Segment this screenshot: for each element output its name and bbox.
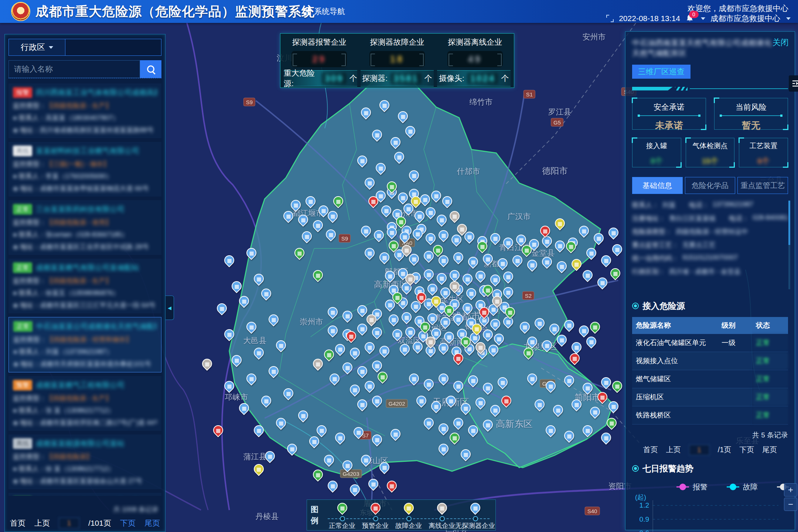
building-icon: ▦ [572,356,577,361]
building-icon: ▦ [441,426,446,431]
hazard-status: 正常 [752,352,788,370]
building-icon: ▦ [227,332,232,337]
region-filter-select[interactable]: 行政区 [9,39,65,55]
building-icon: ▦ [526,350,531,355]
status-badge: 正常 [13,262,32,273]
system-nav[interactable]: 系统导航 [304,0,345,23]
building-icon: ▦ [582,228,586,233]
zoom-out-button[interactable]: − [784,498,797,511]
next-page-button[interactable]: 下页 [739,445,754,455]
company-list-item[interactable]: 正常 某某（成都）燃气投资有限公司 监控类型：【四级危险源 - 储存】 ● 联系… [8,493,161,496]
user-menu[interactable]: 成都市应急救援中心 [710,13,780,24]
table-row[interactable]: 铁路栈桥区 正常 [632,406,788,424]
header-right-cluster: 2022-08-18 13:14 0 成都市应急救援中心 [606,13,791,24]
hazard-pagination: 首页 上页 1 /1页 下页 尾页 [632,444,788,456]
building-icon: ▦ [452,273,457,278]
monitor-type-row: 监控类型：【四级危险源 - 使用】 [13,218,157,227]
decorative-divider [632,87,788,91]
fullscreen-icon[interactable] [606,15,614,22]
close-button[interactable]: 关闭 [773,37,789,48]
building-icon: ▦ [267,454,272,459]
page-input[interactable]: 1 [689,444,710,456]
building-icon: ▦ [345,365,350,370]
building-icon: ▦ [545,239,549,244]
last-page-button[interactable]: 尾页 [144,518,160,528]
building-icon: ▦ [485,287,490,293]
building-icon: ▦ [604,435,608,440]
building-icon: ▦ [360,326,365,331]
contact-row: ● 联系人：李某（17602005690） [13,172,157,181]
building-icon: ▦ [380,374,385,379]
building-icon: ▦ [412,173,416,178]
first-page-button[interactable]: 首页 [643,445,658,455]
building-icon: ▦ [467,234,472,239]
table-header: 危险源名称 [632,317,718,334]
scrollbar[interactable] [788,201,790,289]
hazard-status: 正常 [752,406,788,424]
sidebar-pagination: 首页 上页 1 /101页 下页 尾页 [5,518,165,529]
building-icon: ▦ [611,230,616,235]
address-row: ◈ 地址：成都市某某区某某镇金山大道 27号 [13,477,157,485]
alarm-trend-chart: 报警故障离线(起)00.30.60.91.28-128-138-148-158-… [632,477,789,532]
last-page-button[interactable]: 尾页 [762,445,777,455]
building-icon: ▦ [297,250,302,256]
search-button[interactable] [140,60,161,78]
building-icon: ▦ [548,428,553,433]
expand-list-icon[interactable] [789,75,798,92]
tab-基础信息[interactable]: 基础信息 [632,177,683,194]
legend-title: 图例 [311,502,325,528]
building-icon: ▦ [493,321,498,327]
sidebar-collapse-handle[interactable]: ◀ [166,296,174,320]
building-icon: ▦ [279,420,283,426]
notification-bell[interactable]: 0 [685,14,695,23]
zoom-in-button[interactable]: + [784,483,797,497]
region-filter-value[interactable] [65,39,161,55]
prev-page-button[interactable]: 上页 [666,445,681,455]
company-list-item[interactable]: 离线 成都某某能源有限公司某站 监控类型：【四级危险源】 ● 联系人：徐 某（1… [8,434,161,489]
building-icon: ▦ [402,234,407,239]
chevron-down-icon [701,17,705,20]
building-icon: ▦ [471,378,475,383]
datetime-text: 2022-08-18 13:14 [619,14,680,23]
building-icon: ▦ [460,331,464,337]
location-icon: ◈ [13,243,18,250]
building-icon: ▦ [469,320,474,325]
table-row[interactable]: 液化石油气储罐区单元一级 正常 [632,334,788,352]
company-list-item[interactable]: 正常 成都某某燃气有限公司某储配站 监控类型：【四级危险源 - 生产】 ● 联系… [8,259,161,313]
company-list-item[interactable]: 离线 某某材料科技工业燃气有限公司 监控类型：【三级(一般) - 储存】 ● 联… [8,142,161,197]
prev-page-button[interactable]: 上页 [34,518,50,528]
building-icon: ▦ [375,363,379,368]
legend-node [440,516,445,521]
company-list-item[interactable]: 报警 四川西南某工业气体有限公司成都高新分公司 监控类型：【四级危险源 - 生产… [8,83,161,138]
building-icon: ▦ [615,383,620,389]
contact-row: ● 联系人：高某某（18030407807） [13,113,157,122]
building-icon: ▦ [609,420,614,426]
table-row[interactable]: 压缩机区 正常 [632,388,788,406]
table-row[interactable]: 燃气储罐区 正常 [632,370,788,388]
3d-tour-button[interactable]: 三维厂区巡查 [632,65,690,79]
table-row[interactable]: 视频接入点位 正常 [632,352,788,370]
building-icon: ▦ [242,299,246,304]
map-place-label: 崇州市 [300,317,323,327]
building-icon: ▦ [393,432,398,437]
building-icon: ▦ [316,223,320,228]
company-list-item[interactable]: 正常 中石油某某公司成都液化天然气储配站 监控类型：【四级危险源 - 经营和储存… [8,317,161,372]
search-input[interactable]: 请输入名称 [8,60,140,78]
building-icon: ▦ [441,345,446,351]
next-page-button[interactable]: 下页 [120,518,136,528]
building-icon: ▦ [454,237,459,242]
tab-危险化学品[interactable]: 危险化学品 [685,177,736,194]
total-label: 摄像头: [439,73,464,83]
page-input[interactable]: 1 [59,518,79,529]
company-list-item[interactable]: 预警 成都某某燃气工程有限公司 监控类型：【四级危险源 - 生产】 ● 联系人：… [8,376,161,431]
building-icon: ▦ [504,398,509,403]
building-icon: ▦ [408,129,413,134]
legend-node [473,516,478,521]
building-icon: ▦ [352,387,357,392]
contact-row: ● 联系人：张 某（13086217712） [13,406,157,415]
building-icon: ▦ [393,140,398,145]
building-icon: ▦ [375,330,379,335]
tab-重点监管工艺[interactable]: 重点监管工艺 [737,177,788,194]
first-page-button[interactable]: 首页 [10,518,25,528]
company-list-item[interactable]: 正常 三台某某医药科技有限公司 监控类型：【四级危险源 - 使用】 ● 联系人：… [8,200,161,255]
